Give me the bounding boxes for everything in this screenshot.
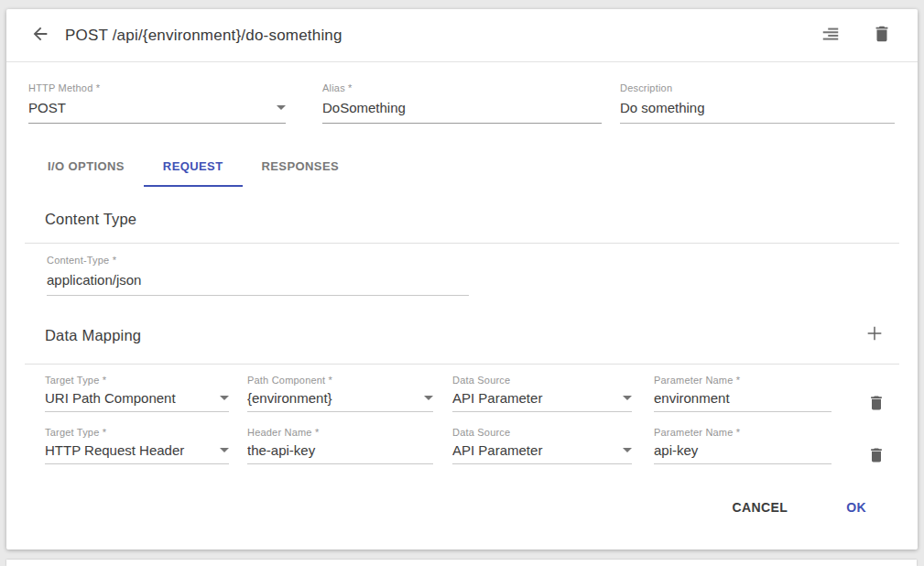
path-component-label: Path Component * — [247, 375, 433, 386]
data-mapping-section-heading: Data Mapping — [45, 327, 141, 344]
description-input[interactable] — [620, 100, 895, 115]
caret-down-icon — [623, 448, 632, 452]
caret-down-icon — [220, 396, 229, 400]
parameter-name-field: Parameter Name * — [654, 427, 832, 464]
caret-down-icon — [277, 105, 286, 110]
http-method-label: HTTP Method * — [28, 82, 286, 93]
delete-mapping-button[interactable] — [864, 445, 888, 469]
header-name-field: Header Name * — [247, 427, 433, 464]
content-type-field: Content-Type * — [47, 255, 469, 296]
data-source-label: Data Source — [452, 427, 632, 438]
content-type-section-heading: Content Type — [45, 211, 896, 228]
page-title: POST /api/{environment}/do-something — [65, 27, 342, 45]
tab-request[interactable]: REQUEST — [144, 147, 243, 187]
trash-icon — [867, 446, 886, 468]
path-component-select[interactable]: Path Component * {environment} — [247, 375, 433, 412]
delete-endpoint-button[interactable] — [870, 24, 894, 48]
data-source-value: API Parameter — [452, 390, 615, 406]
content-type-input[interactable] — [47, 272, 469, 288]
target-type-select[interactable]: Target Type * URI Path Component — [45, 375, 229, 412]
data-mapping-section-header: Data Mapping — [45, 323, 886, 347]
parameter-name-label: Parameter Name * — [654, 375, 832, 386]
content-type-label: Content-Type * — [47, 255, 469, 266]
target-type-value: URI Path Component — [45, 390, 212, 406]
arrow-left-icon — [30, 24, 50, 48]
tab-responses[interactable]: RESPONSES — [243, 147, 359, 187]
header-name-input[interactable] — [247, 442, 433, 458]
parameter-name-label: Parameter Name * — [654, 427, 832, 438]
mapping-row: Target Type * URI Path Component Path Co… — [6, 365, 918, 417]
section-divider — [25, 243, 899, 244]
target-type-label: Target Type * — [45, 375, 229, 386]
description-field: Description — [620, 82, 895, 124]
align-right-lines-button[interactable] — [819, 24, 842, 48]
caret-down-icon — [623, 396, 632, 400]
data-source-select[interactable]: Data Source API Parameter — [452, 375, 632, 412]
plus-icon — [864, 323, 885, 347]
mapping-row: Target Type * HTTP Request Header Header… — [6, 417, 918, 469]
parameter-name-field: Parameter Name * — [654, 375, 832, 412]
delete-mapping-button[interactable] — [864, 393, 888, 417]
data-source-label: Data Source — [452, 375, 632, 386]
tab-bar: I/O OPTIONS REQUEST RESPONSES — [6, 147, 918, 187]
card-header: POST /api/{environment}/do-something — [6, 9, 918, 62]
footer-actions: CANCEL OK — [6, 493, 918, 522]
caret-down-icon — [424, 396, 433, 400]
target-type-value: HTTP Request Header — [45, 442, 212, 458]
alias-input[interactable] — [322, 100, 602, 115]
alias-label: Alias * — [322, 82, 602, 93]
target-type-label: Target Type * — [45, 427, 229, 438]
data-source-value: API Parameter — [452, 442, 615, 458]
caret-down-icon — [220, 448, 229, 452]
trash-icon — [867, 394, 886, 416]
description-label: Description — [620, 82, 895, 93]
endpoint-editor-card: POST /api/{environment}/do-something — [6, 9, 918, 550]
target-type-select[interactable]: Target Type * HTTP Request Header — [45, 427, 229, 464]
alias-field: Alias * — [322, 82, 602, 124]
header-name-label: Header Name * — [247, 427, 433, 438]
http-method-select[interactable]: HTTP Method * POST — [28, 82, 286, 124]
tab-io-options[interactable]: I/O OPTIONS — [28, 147, 144, 187]
add-mapping-button[interactable] — [863, 323, 886, 347]
back-button[interactable] — [28, 24, 52, 48]
cancel-button[interactable]: CANCEL — [721, 493, 799, 522]
header-actions — [819, 24, 894, 48]
parameter-name-input[interactable] — [654, 442, 832, 458]
align-right-lines-icon — [821, 24, 841, 48]
next-card-edge — [6, 560, 917, 566]
http-method-value: POST — [28, 100, 269, 115]
data-source-select[interactable]: Data Source API Parameter — [452, 427, 632, 464]
top-fields-row: HTTP Method * POST Alias * Description — [6, 62, 918, 124]
ok-button[interactable]: OK — [835, 493, 877, 522]
trash-icon — [872, 24, 892, 48]
path-component-value: {environment} — [247, 390, 417, 406]
parameter-name-input[interactable] — [654, 390, 832, 406]
